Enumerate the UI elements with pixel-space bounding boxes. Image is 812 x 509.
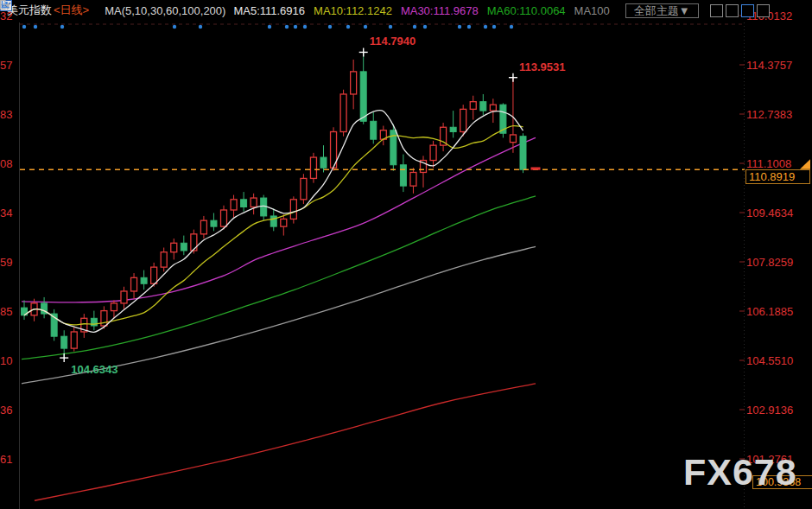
trading-app: { "header": { "title": "美元指数", "period":… [0,0,812,509]
symbol-title: 美元指数 [7,3,52,18]
event-marker-dot [346,25,350,29]
left-axis-label: 59 [0,256,14,269]
right-axis-label: 104.5510 [746,354,810,367]
candle [520,137,526,170]
ma-values: MA5:111.6916MA10:112.1242MA30:111.9678MA… [233,4,609,17]
candle [221,210,227,226]
right-axis-label: 114.3757 [746,59,810,72]
ma-value-label: MA10:112.1242 [314,4,392,17]
axis-scale-active-button[interactable] [741,4,754,17]
exit-chart-icon [0,0,10,10]
event-marker-dot [467,25,471,29]
candle [360,72,366,121]
right-axis-label: 111.1008 [746,157,810,170]
ma60-line [22,196,536,359]
ma-value-label: MA100 [574,4,610,17]
event-marker-dot [60,25,64,29]
candle [131,277,137,291]
left-axis-label: 57 [0,59,14,72]
event-marker-dot [423,25,427,29]
candle [241,200,247,207]
candle [211,220,217,226]
candle [301,178,307,199]
high-annotation-1: 114.7940 [370,35,416,48]
candle [470,102,476,110]
latest-price-tick [531,167,541,169]
right-axis-label: 109.4634 [746,207,810,220]
event-marker-dot [268,25,271,29]
candle [480,102,486,111]
candle [320,157,327,168]
event-marker-dot [510,25,513,29]
candlestick-chart[interactable] [0,0,812,509]
left-axis-label: 61 [0,453,14,466]
theme-select-button[interactable]: 全部主题▼ [625,3,699,18]
event-marker-dot [458,25,461,29]
left-axis-label: 36 [0,404,14,417]
ma-value-label: MA60:110.0064 [487,4,566,17]
candle [200,220,206,234]
left-axis-label: 34 [0,207,14,220]
candle [71,332,77,348]
event-marker-dot [389,25,392,29]
candle [400,165,406,186]
left-axis-label: 85 [0,305,14,318]
event-marker-dot [285,25,289,29]
top-bar: 美元指数 <日线> MA(5,10,30,60,100,200) MA5:111… [0,0,812,21]
event-marker-dot [199,25,202,29]
candle [231,200,237,210]
candle [410,172,416,186]
candle [151,267,157,283]
ma-value-label: MA5:111.6916 [233,4,305,17]
right-axis-label: 112.7383 [746,108,810,121]
event-marker-dot [364,25,367,29]
ma200-line [35,384,536,500]
ma-value-label: MA30:111.9678 [401,4,479,17]
candle [61,336,67,348]
current-price-label: 110.8919 [745,169,810,184]
event-marker-dot [34,25,37,29]
candle [340,94,346,132]
candle [270,216,276,226]
candle [460,109,466,131]
candle [191,234,197,251]
candle [281,219,287,226]
event-marker-dot [294,25,297,29]
watermark: FX678 [683,451,797,493]
right-axis-label: 106.1885 [746,305,810,318]
exit-chart-button[interactable] [757,4,770,17]
candle [290,200,296,220]
event-marker-dot [484,25,487,29]
high-annotation-2: 113.9531 [519,60,566,73]
axis-scale-button[interactable] [726,4,739,17]
candle [430,145,436,160]
candle [371,121,377,139]
event-marker-dot [173,25,176,29]
left-axis-label: 10 [0,354,14,367]
candle [450,127,456,131]
low-annotation: 104.6343 [71,363,117,376]
period-label: <日线> [54,3,89,18]
candle [510,135,516,143]
ma30-line [22,137,536,302]
right-axis-label: 102.9136 [746,404,810,417]
right-axis-label: 107.8259 [746,256,810,269]
event-marker-dot [413,25,416,29]
left-axis-label: 08 [0,157,14,170]
candle [111,303,117,311]
event-marker-dot [303,25,307,29]
ma-config-label: MA(5,10,30,60,100,200) [105,4,225,17]
move-tool-button[interactable] [710,4,723,17]
event-marker-dot [22,25,26,29]
left-axis-label: 83 [0,108,14,121]
candle [351,72,357,94]
candle [181,243,187,251]
candle [310,157,316,178]
candle [121,291,127,303]
candle [171,243,177,251]
candle [161,252,167,267]
event-marker-dot [328,25,332,29]
candles-group [22,52,527,358]
candle [490,105,496,111]
candle [141,277,147,283]
